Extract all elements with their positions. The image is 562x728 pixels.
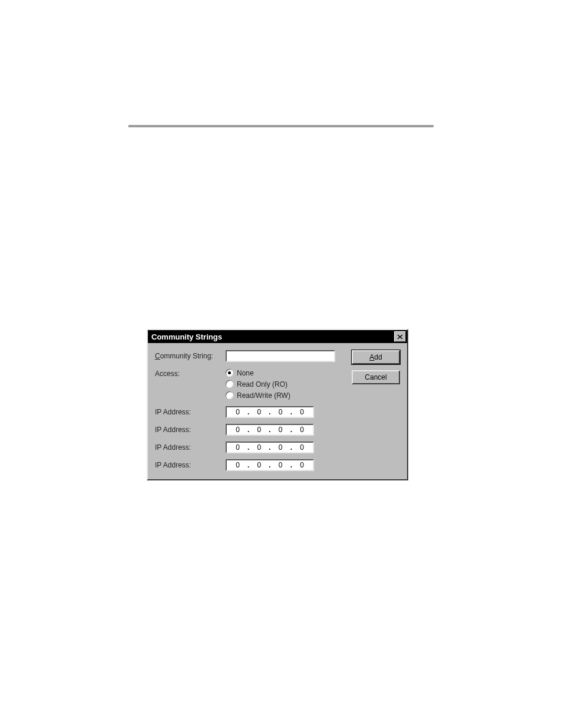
ip3-o4[interactable] (293, 443, 310, 452)
close-button[interactable] (394, 331, 406, 342)
cancel-button-label: Cancel (365, 373, 386, 381)
ip-dot-icon: . (246, 408, 250, 416)
ip-dot-icon: . (246, 461, 250, 469)
titlebar: Community Strings (148, 330, 407, 343)
ip4-o2[interactable] (250, 460, 267, 470)
community-string-input[interactable] (226, 350, 335, 362)
ip-dot-icon: . (267, 408, 272, 416)
horizontal-rule (128, 125, 434, 127)
ip-dot-icon: . (289, 461, 293, 469)
ip-dot-icon: . (267, 443, 272, 452)
ip-label-4: IP Address: (155, 459, 226, 469)
ip-dot-icon: . (289, 408, 293, 416)
ip2-o2[interactable] (250, 425, 267, 434)
ip2-o4[interactable] (293, 425, 310, 434)
ip-dot-icon: . (246, 443, 250, 452)
dialog-title: Community Strings (151, 332, 222, 341)
radio-ro-icon (226, 380, 233, 388)
ip3-o3[interactable] (272, 443, 289, 452)
radio-ro[interactable]: Read Only (RO) (226, 379, 290, 389)
radio-dot-icon (228, 371, 231, 374)
ip1-o3[interactable] (272, 407, 289, 417)
radio-rw[interactable]: Read/Write (RW) (226, 390, 290, 400)
cancel-button[interactable]: Cancel (352, 370, 400, 384)
ip3-o2[interactable] (250, 443, 267, 452)
ip3-o1[interactable] (229, 443, 246, 452)
radio-rw-label: Read/Write (RW) (237, 391, 290, 400)
ip-dot-icon: . (267, 426, 272, 434)
ip4-o1[interactable] (229, 460, 246, 470)
ip-dot-icon: . (289, 443, 293, 452)
ip-label-3: IP Address: (155, 442, 226, 452)
ip-label-1: IP Address: (155, 406, 226, 416)
radio-none-icon (226, 369, 233, 377)
community-strings-dialog: Community Strings Community String: Acce… (147, 329, 408, 480)
radio-none[interactable]: None (226, 368, 290, 378)
ip-input-1[interactable]: . . . (226, 406, 314, 418)
radio-rw-icon (226, 391, 233, 399)
ip1-o4[interactable] (293, 407, 310, 417)
ip4-o4[interactable] (293, 460, 310, 470)
mnemonic-c: C (155, 352, 160, 360)
access-radios: None Read Only (RO) Read/Write (RW) (226, 368, 290, 400)
access-label: Access: (155, 368, 226, 378)
ip-row-3: IP Address: . . . (155, 442, 400, 453)
radio-none-label: None (237, 369, 254, 377)
ip-input-3[interactable]: . . . (226, 442, 314, 453)
ip-label-2: IP Address: (155, 424, 226, 434)
ip4-o3[interactable] (272, 460, 289, 470)
dialog-body: Community String: Access: None Read Only… (148, 343, 407, 479)
ip1-o1[interactable] (229, 407, 246, 417)
ip-dot-icon: . (246, 426, 250, 434)
community-string-label: Community String: (155, 350, 226, 360)
ip-row-2: IP Address: . . . (155, 424, 400, 436)
ip-row-4: IP Address: . . . (155, 459, 400, 471)
ip-input-2[interactable]: . . . (226, 424, 314, 436)
ip-dot-icon: . (267, 461, 272, 469)
radio-ro-label: Read Only (RO) (237, 380, 287, 388)
close-icon (397, 334, 403, 340)
ip1-o2[interactable] (250, 407, 267, 417)
ip-input-4[interactable]: . . . (226, 459, 314, 471)
add-button[interactable]: Add (352, 350, 400, 364)
button-column: Add Cancel (352, 350, 400, 384)
add-button-rest: dd (374, 353, 382, 361)
ip-dot-icon: . (289, 426, 293, 434)
community-string-label-rest: ommunity String: (160, 352, 213, 360)
ip2-o3[interactable] (272, 425, 289, 434)
ip2-o1[interactable] (229, 425, 246, 434)
ip-row-1: IP Address: . . . (155, 406, 400, 418)
